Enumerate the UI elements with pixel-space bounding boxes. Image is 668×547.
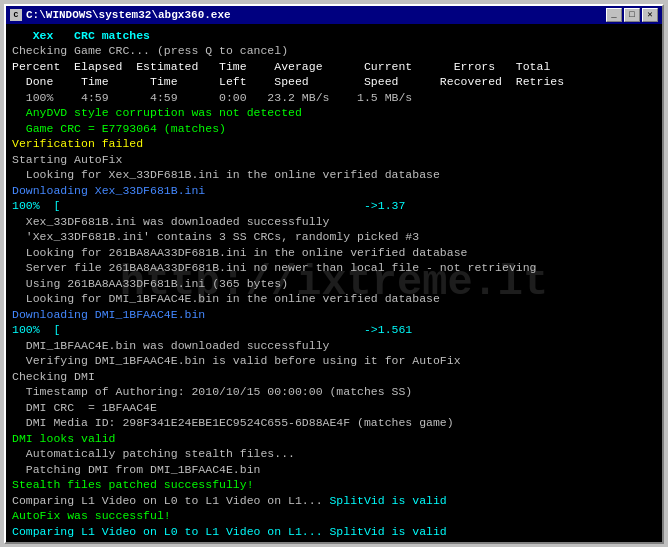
- console-line: DMI CRC = 1BFAAC4E: [12, 400, 656, 416]
- console-line: Checking DMI: [12, 369, 656, 385]
- console-line: Downloading Xex_33DF681B.ini: [12, 183, 656, 199]
- close-button[interactable]: ✕: [642, 8, 658, 22]
- titlebar-buttons: _ □ ✕: [606, 8, 658, 22]
- console-line: Game CRC = E7793064 (matches): [12, 121, 656, 137]
- console-line: 100% [ ->1.561: [12, 322, 656, 338]
- console-line: Comparing L1 Video on L0 to L1 Video on …: [12, 493, 656, 509]
- titlebar: C C:\WINDOWS\system32\abgx360.exe _ □ ✕: [6, 6, 662, 24]
- console-line: Press any key to exit . . .: [12, 540, 656, 542]
- console-line: Looking for 261BA8AA33DF681B.ini in the …: [12, 245, 656, 261]
- console-wrapper: http://ixtreme.lt Xex CRC matches Checki…: [6, 24, 662, 542]
- console-line: 100% [ ->1.37: [12, 198, 656, 214]
- console-line: Timestamp of Authoring: 2010/10/15 00:00…: [12, 384, 656, 400]
- console-line: Percent Elapsed Estimated Time Average C…: [12, 59, 656, 75]
- header-line: Xex CRC matches: [12, 28, 656, 44]
- console-line: AutoFix was successful!: [12, 508, 656, 524]
- console-line: 'Xex_33DF681B.ini' contains 3 SS CRCs, r…: [12, 229, 656, 245]
- minimize-button[interactable]: _: [606, 8, 622, 22]
- console-area: Xex CRC matches Checking Game CRC... (pr…: [6, 24, 662, 542]
- console-line: DMI Media ID: 298F341E24EBE1EC9524C655-6…: [12, 415, 656, 431]
- app-icon: C: [10, 9, 22, 21]
- console-line: Patching DMI from DMI_1BFAAC4E.bin: [12, 462, 656, 478]
- console-line: Done Time Time Left Speed Speed Recovere…: [12, 74, 656, 90]
- console-line: Checking Game CRC... (press Q to cancel): [12, 43, 656, 59]
- console-line: Starting AutoFix: [12, 152, 656, 168]
- console-line: 100% 4:59 4:59 0:00 23.2 MB/s 1.5 MB/s: [12, 90, 656, 106]
- console-line: Comparing L1 Video on L0 to L1 Video on …: [12, 524, 656, 540]
- console-line: Verifying DMI_1BFAAC4E.bin is valid befo…: [12, 353, 656, 369]
- titlebar-left: C C:\WINDOWS\system32\abgx360.exe: [10, 9, 231, 21]
- console-line: Automatically patching stealth files...: [12, 446, 656, 462]
- console-line: DMI_1BFAAC4E.bin was downloaded successf…: [12, 338, 656, 354]
- console-line: Looking for DMI_1BFAAC4E.bin in the onli…: [12, 291, 656, 307]
- console-line: Stealth files patched successfully!: [12, 477, 656, 493]
- console-output: Checking Game CRC... (press Q to cancel)…: [12, 43, 656, 541]
- maximize-button[interactable]: □: [624, 8, 640, 22]
- console-line: Server file 261BA8AA33DF681B.ini no newe…: [12, 260, 656, 276]
- console-line: Using 261BA8AA33DF681B.ini (365 bytes): [12, 276, 656, 292]
- console-line: Downloading DMI_1BFAAC4E.bin: [12, 307, 656, 323]
- window-title: C:\WINDOWS\system32\abgx360.exe: [26, 9, 231, 21]
- main-window: C C:\WINDOWS\system32\abgx360.exe _ □ ✕ …: [4, 4, 664, 544]
- console-line: Xex_33DF681B.ini was downloaded successf…: [12, 214, 656, 230]
- console-line: Looking for Xex_33DF681B.ini in the onli…: [12, 167, 656, 183]
- console-line: DMI looks valid: [12, 431, 656, 447]
- console-line: Verification failed: [12, 136, 656, 152]
- console-line: AnyDVD style corruption was not detected: [12, 105, 656, 121]
